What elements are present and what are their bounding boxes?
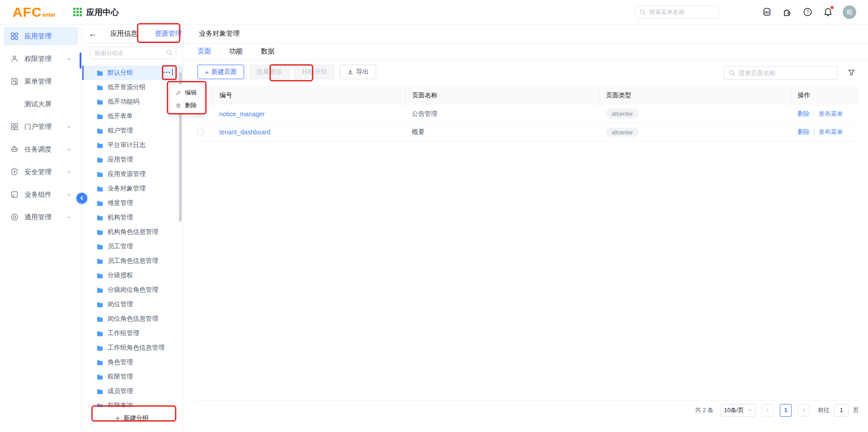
- sidebar-item[interactable]: 测试大屏: [4, 95, 78, 113]
- detail-tab[interactable]: 资源管理: [155, 29, 182, 38]
- sidebar-item[interactable]: 通用管理: [4, 208, 78, 226]
- group-panel-footer: + 新建分组: [82, 407, 182, 432]
- export-button[interactable]: 导出: [340, 65, 376, 79]
- row-checkbox[interactable]: [198, 129, 204, 135]
- sidebar-item[interactable]: 应用管理: [4, 27, 78, 45]
- prev-page-button[interactable]: [762, 404, 774, 417]
- sidebar-item[interactable]: 门户管理: [4, 118, 78, 136]
- goto-label: 前往: [818, 406, 830, 414]
- sidebar-item-label: 业务组件: [24, 190, 52, 199]
- group-item[interactable]: 低开功能码: [82, 95, 183, 109]
- help-icon[interactable]: ?: [803, 7, 812, 17]
- sidebar-item[interactable]: 菜单管理: [4, 72, 78, 90]
- notification-bell-icon[interactable]: [823, 7, 833, 17]
- row-action-link[interactable]: 发布菜单: [819, 128, 843, 135]
- group-context-menu: 编辑删除: [170, 84, 204, 114]
- svg-text:AI: AI: [765, 10, 769, 14]
- group-item[interactable]: 分级授权: [82, 268, 183, 283]
- sidebar-collapse-button[interactable]: [76, 193, 87, 204]
- sidebar-item[interactable]: 安全管理: [4, 163, 78, 181]
- goto-page-input[interactable]: [834, 404, 849, 417]
- group-item[interactable]: 低开表单: [82, 109, 183, 123]
- afcenter-logo[interactable]: AFC enter: [13, 5, 56, 20]
- resource-tab[interactable]: 功能: [229, 47, 243, 56]
- sidebar-item[interactable]: 任务调度: [4, 140, 78, 158]
- batch-delete-button[interactable]: 批量删除: [250, 65, 289, 79]
- back-arrow-icon[interactable]: ←: [89, 29, 97, 38]
- group-item[interactable]: 机构管理: [82, 210, 183, 225]
- group-item-label: 业务对象管理: [108, 185, 146, 193]
- resource-tab[interactable]: 数据: [261, 47, 274, 56]
- group-item[interactable]: 默认分组···: [82, 66, 183, 80]
- chevron-down-icon: [66, 57, 71, 62]
- transfer-group-button[interactable]: 转移分组: [295, 65, 335, 79]
- next-page-button[interactable]: [798, 404, 810, 417]
- group-item[interactable]: 低开资源分组: [82, 80, 183, 95]
- column-header-id: 编号: [212, 86, 405, 105]
- search-icon: [728, 69, 736, 78]
- new-page-button[interactable]: + 新建页面: [198, 65, 244, 79]
- detail-tab[interactable]: 应用信息: [110, 29, 137, 38]
- group-item[interactable]: 分级岗位角色管理: [82, 283, 183, 297]
- group-item-label: 成员管理: [108, 387, 133, 395]
- group-item[interactable]: 员工角色信息管理: [82, 254, 183, 268]
- filter-icon[interactable]: [848, 69, 855, 78]
- page-id-link[interactable]: notice_manager: [219, 110, 264, 118]
- row-action-link[interactable]: 删除: [797, 110, 810, 117]
- text-cursor: [172, 69, 173, 76]
- menu-search-input[interactable]: [634, 6, 720, 19]
- sidebar-item-label: 门户管理: [24, 123, 52, 131]
- group-item-label: 角色管理: [108, 358, 133, 366]
- group-item[interactable]: 机构角色信息管理: [82, 225, 183, 239]
- group-item[interactable]: 平台审计日志: [82, 138, 183, 152]
- context-menu-item[interactable]: 编辑: [171, 86, 203, 99]
- folder-icon: [97, 171, 103, 177]
- sidebar-item-label: 应用管理: [24, 32, 52, 41]
- folder-icon: [97, 316, 103, 322]
- group-item[interactable]: 租户管理: [82, 123, 183, 138]
- download-icon: [347, 69, 354, 75]
- current-page-button[interactable]: 1: [780, 404, 792, 417]
- sidebar-item[interactable]: 业务组件: [4, 185, 78, 204]
- active-item-indicator: [80, 52, 81, 69]
- group-item-label: 应用资源管理: [108, 170, 146, 178]
- avatar[interactable]: 租: [843, 5, 856, 19]
- page-id-link[interactable]: tenant_dashboard: [219, 128, 270, 136]
- app-center-grid-icon: [73, 8, 82, 16]
- page-unit-label: 页: [853, 406, 859, 414]
- group-item[interactable]: 工作组管理: [82, 326, 183, 341]
- group-item[interactable]: 业务对象管理: [82, 181, 183, 196]
- group-item[interactable]: 岗位角色信息管理: [82, 312, 183, 326]
- group-item-label: 默认分组: [108, 69, 133, 77]
- folder-icon: [97, 200, 103, 206]
- group-item[interactable]: 应用管理: [82, 152, 183, 167]
- group-search-input[interactable]: [90, 47, 176, 59]
- page-search: [724, 66, 838, 80]
- context-menu-item[interactable]: 删除: [171, 99, 203, 112]
- group-more-button[interactable]: ···: [163, 69, 173, 76]
- page-size-select[interactable]: 10条/页: [721, 404, 755, 417]
- group-item[interactable]: 应用资源管理: [82, 167, 183, 181]
- action-divider: |: [813, 128, 815, 135]
- group-item[interactable]: 权限管理: [82, 370, 183, 384]
- detail-tab[interactable]: 业务对象管理: [199, 29, 240, 38]
- folder-icon: [97, 99, 103, 105]
- group-item[interactable]: 成员管理: [82, 384, 183, 399]
- afcenter-app: AFC enter 应用中心 AI: [0, 0, 868, 432]
- group-item[interactable]: 工作组角色信息管理: [82, 341, 183, 355]
- group-item[interactable]: 维度管理: [82, 196, 183, 210]
- page-search-input[interactable]: [724, 66, 838, 80]
- group-item[interactable]: 岗位管理: [82, 297, 183, 312]
- row-action-link[interactable]: 删除: [797, 128, 810, 135]
- target-icon: [10, 213, 19, 221]
- sidebar-item[interactable]: 权限管理: [4, 50, 78, 68]
- group-item[interactable]: 员工管理: [82, 239, 183, 254]
- group-list: 默认分组···低开资源分组低开功能码低开表单租户管理平台审计日志应用管理应用资源…: [82, 66, 183, 432]
- group-item[interactable]: 角色管理: [82, 355, 183, 370]
- new-group-button[interactable]: + 新建分组: [116, 411, 149, 426]
- plugin-icon[interactable]: [783, 7, 792, 17]
- ai-assistant-icon[interactable]: AI: [762, 7, 772, 17]
- row-action-link[interactable]: 发布菜单: [819, 110, 843, 117]
- resource-tab[interactable]: 页面: [198, 47, 211, 56]
- plus-icon: +: [205, 68, 209, 76]
